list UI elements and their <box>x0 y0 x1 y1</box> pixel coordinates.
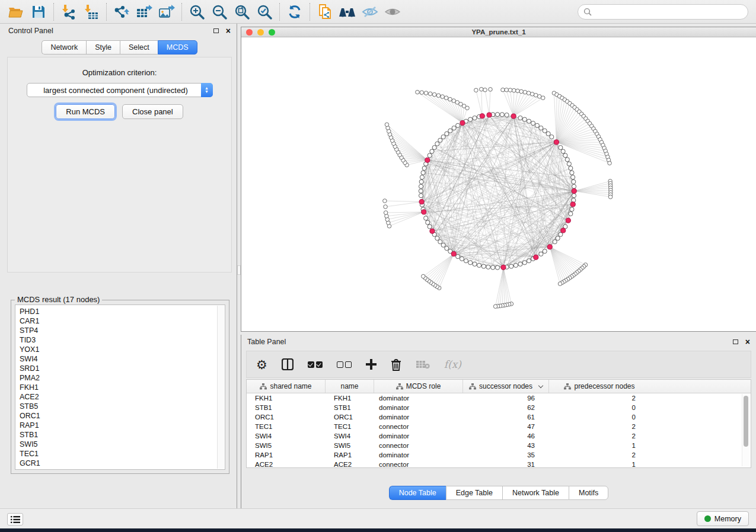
import-table-icon[interactable] <box>80 2 103 21</box>
control-panel-title: Control Panel <box>8 27 213 35</box>
export-network-icon[interactable] <box>110 2 133 21</box>
zoom-out-icon[interactable] <box>208 2 231 21</box>
zoom-in-icon[interactable] <box>186 2 208 21</box>
first-neighbors-icon[interactable] <box>336 2 359 21</box>
zoom-fit-icon[interactable] <box>231 2 253 21</box>
search-input[interactable] <box>592 8 748 17</box>
column-header-successor-nodes[interactable]: successor nodes <box>463 380 549 393</box>
mcds-result-item[interactable]: FKH1 <box>20 383 225 392</box>
memory-button[interactable]: Memory <box>697 511 749 526</box>
refresh-icon[interactable] <box>283 2 306 21</box>
toolbar-separator <box>310 3 310 21</box>
column-header-mcds-role[interactable]: MCDS role <box>374 380 463 393</box>
network-graph[interactable] <box>241 38 756 331</box>
tab-style[interactable]: Style <box>86 40 120 55</box>
mcds-list-scrollbar[interactable] <box>217 306 224 469</box>
mcds-result-item[interactable]: PHD1 <box>20 307 225 316</box>
close-table-panel-icon[interactable]: × <box>745 338 750 346</box>
table-row[interactable]: RAP1RAP1dominator352 <box>247 450 751 460</box>
column-header-shared-name[interactable]: shared name <box>247 380 326 393</box>
table-settings-icon[interactable]: ⚙ <box>256 358 267 371</box>
toolbar-separator <box>279 3 280 21</box>
close-panel-button[interactable]: Close panel <box>122 104 183 119</box>
column-header-name[interactable]: name <box>326 380 374 393</box>
table-scrollbar[interactable] <box>742 394 749 466</box>
network-window-titlebar[interactable]: YPA_prune.txt_1 <box>241 27 756 37</box>
delete-column-icon[interactable] <box>391 358 401 371</box>
tab-network[interactable]: Network <box>42 40 86 55</box>
mcds-result-item[interactable]: RAP1 <box>20 421 225 430</box>
selected-option: largest connected component (undirected) <box>27 86 201 95</box>
network-canvas[interactable] <box>241 38 756 331</box>
mcds-result-item[interactable]: STB1 <box>20 430 225 440</box>
mcds-result-item[interactable]: ACE2 <box>20 392 225 402</box>
show-all-icon[interactable] <box>381 2 404 21</box>
select-all-icon[interactable] <box>308 361 323 368</box>
table-toolbar: ⚙ f(x) <box>246 351 751 378</box>
table-scrollbar-thumb[interactable] <box>744 396 748 447</box>
mcds-result-item[interactable]: TEC1 <box>20 449 225 459</box>
open-folder-icon[interactable] <box>5 2 27 21</box>
export-image-icon[interactable] <box>155 2 178 21</box>
table-row[interactable]: SWI5SWI5connector431 <box>247 441 751 450</box>
node-table-body: FKH1FKH1dominator962STB1STB1dominator620… <box>247 393 751 468</box>
mcds-result-item[interactable]: PMA2 <box>20 373 225 383</box>
mcds-result-item[interactable]: TID3 <box>20 335 225 345</box>
node-table-header: shared name name MCDS role successor nod… <box>247 380 751 393</box>
export-table-icon[interactable] <box>133 2 155 21</box>
tab-motifs[interactable]: Motifs <box>569 486 608 500</box>
shared-column-icon <box>564 383 571 390</box>
table-row[interactable]: TEC1TEC1connector472 <box>247 422 751 431</box>
toolbar-separator <box>181 3 182 21</box>
tab-network-table[interactable]: Network Table <box>502 486 569 500</box>
table-panel: Table Panel × ⚙ f(x) share <box>241 335 756 508</box>
run-mcds-button[interactable]: Run MCDS <box>56 104 115 119</box>
mcds-result-item[interactable]: ORC1 <box>20 411 225 421</box>
add-column-icon[interactable] <box>366 359 377 370</box>
optimization-criterion-select[interactable]: largest connected component (undirected)… <box>27 83 213 97</box>
search-field[interactable] <box>578 4 748 20</box>
optimization-criterion-label: Optimization criterion: <box>8 68 231 77</box>
deselect-all-icon[interactable] <box>337 361 352 368</box>
column-header-predecessor-nodes[interactable]: predecessor nodes <box>549 380 650 393</box>
toolbar-separator <box>106 3 107 21</box>
table-row[interactable]: FKH1FKH1dominator962 <box>247 393 751 403</box>
mcds-result-item[interactable]: STB5 <box>20 402 225 411</box>
mcds-result-title: MCDS result (17 nodes) <box>15 295 102 304</box>
table-panel-title: Table Panel <box>247 338 733 346</box>
mcds-result-list[interactable]: PHD1CAR1STP4TID3YOX1SWI4SRD1PMA2FKH1ACE2… <box>15 305 225 470</box>
mcds-result-item[interactable]: SWI4 <box>20 354 225 364</box>
shared-column-icon <box>396 383 403 390</box>
mcds-result-item[interactable]: SRD1 <box>20 364 225 373</box>
table-row[interactable]: SWI4SWI4dominator462 <box>247 431 751 441</box>
close-panel-icon[interactable]: × <box>226 27 231 35</box>
delete-table-icon <box>416 360 430 369</box>
table-row[interactable]: ORC1ORC1dominator610 <box>247 412 751 422</box>
mcds-result-item[interactable]: SWI5 <box>20 440 225 449</box>
float-table-panel-icon[interactable] <box>733 339 738 344</box>
mcds-result-item[interactable]: YOX1 <box>20 345 225 354</box>
task-history-button[interactable] <box>7 513 23 525</box>
mcds-result-item[interactable]: CAR1 <box>20 316 225 326</box>
tab-select[interactable]: Select <box>120 40 158 55</box>
mcds-result-item[interactable]: GCR1 <box>20 459 225 468</box>
table-row[interactable]: ACE2ACE2connector311 <box>247 460 751 468</box>
tab-edge-table[interactable]: Edge Table <box>446 486 502 500</box>
table-row[interactable]: STB1STB1dominator620 <box>247 403 751 412</box>
search-icon <box>583 8 592 16</box>
mcds-result-item[interactable]: STP4 <box>20 326 225 335</box>
network-view-window: YPA_prune.txt_1 <box>241 27 756 332</box>
list-icon <box>11 516 20 523</box>
save-icon[interactable] <box>27 2 50 21</box>
copy-network-icon[interactable] <box>314 2 336 21</box>
import-network-icon[interactable] <box>58 2 80 21</box>
mcds-tab-content: Optimization criterion: largest connecte… <box>7 57 232 273</box>
tab-node-table[interactable]: Node Table <box>389 486 446 500</box>
hide-selected-icon[interactable] <box>359 2 381 21</box>
tab-mcds[interactable]: MCDS <box>158 40 197 55</box>
float-panel-icon[interactable] <box>213 28 219 33</box>
show-columns-icon[interactable] <box>282 358 294 370</box>
zoom-selected-icon[interactable] <box>253 2 276 21</box>
app-main-area: Control Panel × Network Style Select MCD… <box>0 24 756 508</box>
memory-label: Memory <box>714 515 741 523</box>
